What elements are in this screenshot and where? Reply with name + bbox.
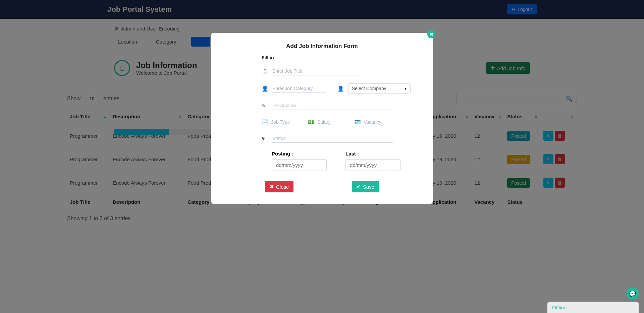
edit-icon: ✎ xyxy=(262,103,268,109)
check-icon: ✔ xyxy=(357,184,361,190)
job-category-input[interactable] xyxy=(272,84,326,93)
close-icon: ✖ xyxy=(430,32,433,37)
save-button[interactable]: ✔ Save xyxy=(352,181,379,192)
job-title-input[interactable] xyxy=(272,67,360,75)
last-label: Last : xyxy=(345,151,400,156)
person-icon-2: 👤 xyxy=(337,85,343,92)
save-label: Save xyxy=(363,184,374,190)
status-input[interactable] xyxy=(272,134,393,143)
description-input[interactable] xyxy=(272,102,393,110)
chat-bubble-icon[interactable]: 💬 xyxy=(627,288,639,300)
x-icon: ✖ xyxy=(270,184,274,190)
company-select[interactable]: Select Company xyxy=(348,83,411,93)
close-button[interactable]: ✖ Close xyxy=(265,181,293,192)
add-job-modal: ✖ Add Job Information Form Fill in : 📋 👤… xyxy=(211,33,433,204)
heart-icon: ♥ xyxy=(262,136,268,142)
id-icon: 🪪 xyxy=(354,119,360,125)
vacancy-input[interactable] xyxy=(364,118,394,126)
salary-input[interactable] xyxy=(317,118,347,126)
job-type-input[interactable] xyxy=(271,118,301,126)
offline-widget[interactable]: Offline xyxy=(547,302,639,313)
posting-date-input[interactable] xyxy=(272,159,327,171)
close-label: Close xyxy=(276,184,289,190)
clipboard-icon: 📋 xyxy=(262,68,268,74)
copy-icon: 📄 xyxy=(262,119,268,125)
posting-label: Posting : xyxy=(272,151,327,156)
modal-close-button[interactable]: ✖ xyxy=(427,30,435,38)
modal-subtitle: Fill in : xyxy=(262,55,419,60)
money-icon: 💵 xyxy=(308,119,314,125)
offline-label: Offline xyxy=(552,305,567,310)
person-icon: 👤 xyxy=(262,85,268,92)
modal-title: Add Job Information Form xyxy=(225,43,419,50)
last-date-input[interactable] xyxy=(345,159,400,171)
